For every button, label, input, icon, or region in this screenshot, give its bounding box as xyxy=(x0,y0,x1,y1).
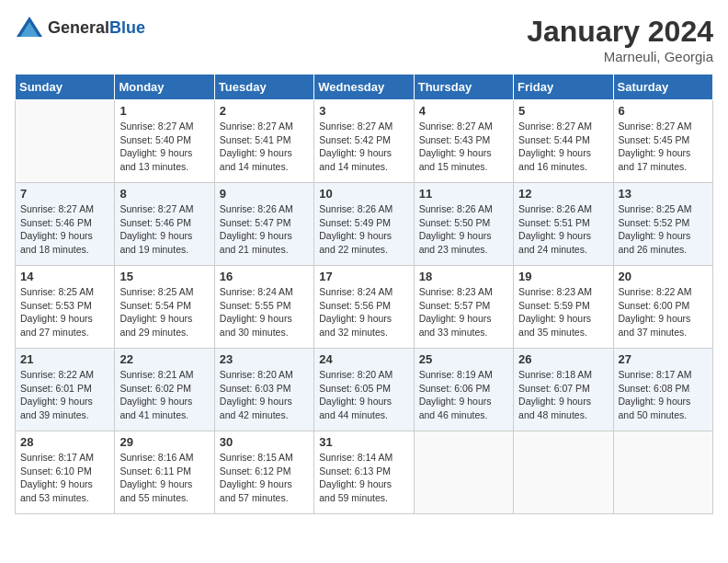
sunset-text: Sunset: 5:47 PM xyxy=(220,217,291,228)
daylight-text: Daylight: 9 hours and 13 minutes. xyxy=(119,147,192,172)
sunset-text: Sunset: 5:49 PM xyxy=(319,217,391,228)
day-number: 1 xyxy=(119,104,209,118)
daylight-text: Daylight: 9 hours and 17 minutes. xyxy=(619,147,691,172)
table-row: 3 Sunrise: 8:27 AM Sunset: 5:42 PM Dayli… xyxy=(314,100,414,183)
sunrise-text: Sunrise: 8:26 AM xyxy=(319,203,392,214)
sunset-text: Sunset: 5:45 PM xyxy=(619,134,690,145)
table-row xyxy=(414,431,513,514)
location-title: Marneuli, Georgia xyxy=(527,49,713,64)
daylight-text: Daylight: 9 hours and 21 minutes. xyxy=(220,230,292,255)
day-number: 31 xyxy=(319,435,408,449)
header: GeneralBlue January 2024 Marneuli, Georg… xyxy=(15,15,713,64)
sunrise-text: Sunrise: 8:16 AM xyxy=(119,452,193,463)
day-number: 22 xyxy=(119,352,209,366)
sunset-text: Sunset: 5:43 PM xyxy=(419,134,491,145)
daylight-text: Daylight: 9 hours and 39 minutes. xyxy=(20,396,93,420)
sunrise-text: Sunrise: 8:23 AM xyxy=(518,286,592,297)
sunrise-text: Sunrise: 8:24 AM xyxy=(319,286,392,297)
sunset-text: Sunset: 5:59 PM xyxy=(518,300,590,311)
sunrise-text: Sunrise: 8:18 AM xyxy=(518,369,592,380)
sunset-text: Sunset: 6:00 PM xyxy=(619,300,690,311)
day-number: 24 xyxy=(319,352,408,366)
daylight-text: Daylight: 9 hours and 30 minutes. xyxy=(220,313,292,338)
sunset-text: Sunset: 6:03 PM xyxy=(220,383,291,394)
sunrise-text: Sunrise: 8:27 AM xyxy=(119,203,193,214)
day-number: 8 xyxy=(119,187,209,201)
day-number: 6 xyxy=(619,104,708,118)
sunrise-text: Sunrise: 8:27 AM xyxy=(419,121,493,132)
logo-general: General xyxy=(48,18,109,37)
month-title: January 2024 xyxy=(527,15,713,49)
table-row: 6 Sunrise: 8:27 AM Sunset: 5:45 PM Dayli… xyxy=(613,100,712,183)
daylight-text: Daylight: 9 hours and 46 minutes. xyxy=(419,396,492,420)
sunrise-text: Sunrise: 8:27 AM xyxy=(518,121,592,132)
sunrise-text: Sunrise: 8:27 AM xyxy=(119,121,193,132)
day-number: 10 xyxy=(319,187,408,201)
sunrise-text: Sunrise: 8:26 AM xyxy=(220,203,293,214)
table-row: 25 Sunrise: 8:19 AM Sunset: 6:06 PM Dayl… xyxy=(414,349,513,431)
daylight-text: Daylight: 9 hours and 14 minutes. xyxy=(319,147,392,172)
sunset-text: Sunset: 5:55 PM xyxy=(220,300,291,311)
sunrise-text: Sunrise: 8:17 AM xyxy=(20,452,94,463)
table-row: 31 Sunrise: 8:14 AM Sunset: 6:13 PM Dayl… xyxy=(314,431,414,514)
logo: GeneralBlue xyxy=(15,15,145,40)
day-number: 21 xyxy=(20,352,109,366)
col-monday: Monday xyxy=(115,75,214,100)
table-row: 19 Sunrise: 8:23 AM Sunset: 5:59 PM Dayl… xyxy=(514,266,613,349)
sunset-text: Sunset: 6:12 PM xyxy=(220,465,291,477)
daylight-text: Daylight: 9 hours and 41 minutes. xyxy=(119,396,192,420)
table-row: 16 Sunrise: 8:24 AM Sunset: 5:55 PM Dayl… xyxy=(214,266,313,349)
daylight-text: Daylight: 9 hours and 24 minutes. xyxy=(518,230,591,255)
sunrise-text: Sunrise: 8:27 AM xyxy=(220,121,293,132)
daylight-text: Daylight: 9 hours and 23 minutes. xyxy=(419,230,492,255)
table-row: 15 Sunrise: 8:25 AM Sunset: 5:54 PM Dayl… xyxy=(115,266,214,349)
calendar-week-row: 28 Sunrise: 8:17 AM Sunset: 6:10 PM Dayl… xyxy=(16,431,713,514)
sunrise-text: Sunrise: 8:20 AM xyxy=(319,369,392,380)
day-number: 9 xyxy=(220,187,309,201)
table-row: 8 Sunrise: 8:27 AM Sunset: 5:46 PM Dayli… xyxy=(115,183,214,266)
day-number: 23 xyxy=(220,352,309,366)
logo-blue: Blue xyxy=(109,18,145,37)
daylight-text: Daylight: 9 hours and 42 minutes. xyxy=(220,396,292,420)
sunrise-text: Sunrise: 8:25 AM xyxy=(20,286,94,297)
day-number: 26 xyxy=(518,352,608,366)
daylight-text: Daylight: 9 hours and 26 minutes. xyxy=(619,230,691,255)
daylight-text: Daylight: 9 hours and 37 minutes. xyxy=(619,313,691,338)
table-row: 26 Sunrise: 8:18 AM Sunset: 6:07 PM Dayl… xyxy=(514,349,613,431)
table-row xyxy=(16,100,115,183)
day-number: 29 xyxy=(119,435,209,449)
table-row: 23 Sunrise: 8:20 AM Sunset: 6:03 PM Dayl… xyxy=(214,349,313,431)
table-row xyxy=(514,431,613,514)
table-row: 12 Sunrise: 8:26 AM Sunset: 5:51 PM Dayl… xyxy=(514,183,613,266)
day-number: 2 xyxy=(220,104,309,118)
sunset-text: Sunset: 6:10 PM xyxy=(20,465,92,477)
sunset-text: Sunset: 5:51 PM xyxy=(518,217,590,228)
table-row: 28 Sunrise: 8:17 AM Sunset: 6:10 PM Dayl… xyxy=(16,431,115,514)
table-row: 17 Sunrise: 8:24 AM Sunset: 5:56 PM Dayl… xyxy=(314,266,414,349)
table-row: 11 Sunrise: 8:26 AM Sunset: 5:50 PM Dayl… xyxy=(414,183,513,266)
sunset-text: Sunset: 5:57 PM xyxy=(419,300,491,311)
daylight-text: Daylight: 9 hours and 22 minutes. xyxy=(319,230,392,255)
day-number: 11 xyxy=(419,187,508,201)
day-number: 12 xyxy=(518,187,608,201)
calendar-week-row: 21 Sunrise: 8:22 AM Sunset: 6:01 PM Dayl… xyxy=(16,349,713,431)
sunrise-text: Sunrise: 8:27 AM xyxy=(20,203,94,214)
table-row: 2 Sunrise: 8:27 AM Sunset: 5:41 PM Dayli… xyxy=(214,100,313,183)
sunset-text: Sunset: 5:53 PM xyxy=(20,300,92,311)
col-saturday: Saturday xyxy=(613,75,712,100)
col-wednesday: Wednesday xyxy=(314,75,414,100)
daylight-text: Daylight: 9 hours and 27 minutes. xyxy=(20,313,93,338)
day-number: 18 xyxy=(419,270,508,283)
daylight-text: Daylight: 9 hours and 55 minutes. xyxy=(119,478,192,503)
header-row: Sunday Monday Tuesday Wednesday Thursday… xyxy=(16,75,713,100)
day-number: 25 xyxy=(419,352,508,366)
table-row: 9 Sunrise: 8:26 AM Sunset: 5:47 PM Dayli… xyxy=(214,183,313,266)
day-number: 20 xyxy=(619,270,708,283)
sunset-text: Sunset: 6:01 PM xyxy=(20,383,92,394)
day-number: 15 xyxy=(119,270,209,283)
daylight-text: Daylight: 9 hours and 32 minutes. xyxy=(319,313,392,338)
daylight-text: Daylight: 9 hours and 33 minutes. xyxy=(419,313,492,338)
sunset-text: Sunset: 5:46 PM xyxy=(119,217,191,228)
table-row: 4 Sunrise: 8:27 AM Sunset: 5:43 PM Dayli… xyxy=(414,100,513,183)
daylight-text: Daylight: 9 hours and 50 minutes. xyxy=(619,396,691,420)
